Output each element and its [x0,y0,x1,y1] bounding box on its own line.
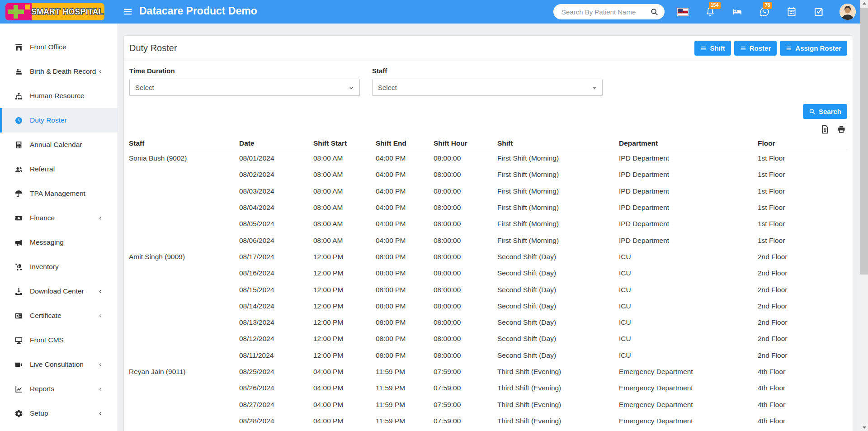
sidebar-item-referral[interactable]: Referral [0,157,118,181]
search-button[interactable]: Search [803,104,847,119]
table-row: 08/28/202404:00 PM11:59 PM07:59:00Third … [129,413,847,429]
cell-department: ICU [619,335,758,343]
cake-icon [13,67,24,76]
cell-shift-start: 08:00 AM [313,171,376,179]
cell-shift-start: 08:00 AM [313,187,376,195]
sidebar-item-front-cms[interactable]: Front CMS [0,328,118,352]
sidebar-item-tpa-management[interactable]: TPA Management [0,181,118,206]
table-header-row: StaffDateShift StartShift EndShift HourS… [129,137,847,150]
cell-department: ICU [619,269,758,277]
cell-date: 08/28/2024 [239,417,313,425]
roster-button[interactable]: Roster [734,41,777,56]
user-avatar[interactable] [840,4,856,20]
cell-shift: First Shift (Morning) [497,204,619,212]
cell-shift-hour: 07:59:00 [434,384,497,392]
sidebar-item-label: Inventory [30,263,59,271]
cell-shift: Second Shift (Day) [497,302,619,310]
sidebar-item-live-consultation[interactable]: Live Consultation [0,352,118,377]
sidebar-item-front-office[interactable]: Front Office [0,35,118,59]
table-row: 08/15/202412:00 PM08:00 PM08:00:00Second… [129,281,847,298]
column-header-shift-start: Shift Start [313,139,376,147]
calendar-icon[interactable] [786,6,797,17]
search-row: Search [124,96,853,119]
scrollbar-thumb[interactable] [860,8,868,275]
sitemap-icon [13,92,24,100]
table-body: Sonia Bush (9002)08/01/202408:00 AM04:00… [129,150,847,429]
logo-square [25,5,30,9]
gear-icon [13,409,24,418]
search-icon[interactable] [650,8,659,16]
chevron-down-icon [348,85,354,91]
cell-date: 08/16/2024 [239,269,313,277]
cell-date: 08/14/2024 [239,302,313,310]
download-icon [13,287,24,296]
cell-shift-hour: 08:00:00 [434,269,497,277]
cell-shift: Second Shift (Day) [497,351,619,360]
cell-shift: First Shift (Morning) [497,237,619,245]
cell-date: 08/03/2024 [239,187,313,195]
cell-shift-end: 08:00 PM [376,302,434,310]
cell-shift-end: 08:00 PM [376,335,434,343]
bullhorn-icon [13,238,24,247]
time-duration-label: Time Duration [129,67,360,75]
cell-shift-start: 04:00 PM [313,368,376,376]
bed-icon[interactable] [732,6,743,17]
sidebar-item-download-center[interactable]: Download Center [0,279,118,303]
print-icon[interactable] [837,125,846,134]
whatsapp-icon[interactable]: 78 [759,6,770,17]
sidebar-item-label: Annual Calendar [30,141,82,149]
chevron-left-icon [98,69,104,75]
cell-shift-start: 12:00 PM [313,286,376,294]
sidebar-item-human-resource[interactable]: Human Resource [0,84,118,108]
bars-icon [700,45,707,52]
sidebar-item-certificate[interactable]: Certificate [0,303,118,328]
cell-department: Emergency Department [619,384,758,392]
cell-shift: Second Shift (Day) [497,253,619,261]
sidebar-item-birth-death-record[interactable]: Birth & Death Record [0,59,118,84]
sidebar-item-inventory[interactable]: Inventory [0,255,118,279]
shift-button[interactable]: Shift [694,41,731,56]
scroll-down-arrow[interactable] [860,424,868,431]
cell-shift: First Shift (Morning) [497,187,619,195]
topbar-actions: 15478 [553,0,856,24]
sidebar-item-messaging[interactable]: Messaging [0,230,118,255]
scroll-up-arrow[interactable] [860,0,868,7]
cell-date: 08/25/2024 [239,368,313,376]
idcard-icon [13,312,24,320]
page-scrollbar[interactable] [860,0,868,431]
assign-roster-button[interactable]: Assign Roster [780,41,847,56]
page-title: Duty Roster [129,43,177,53]
sidebar-item-reports[interactable]: Reports [0,377,118,401]
cell-floor: 4th Floor [758,401,847,409]
language-flag-icon[interactable] [677,8,689,16]
hamburger-menu-icon[interactable] [123,7,133,17]
sidebar-item-annual-calendar[interactable]: Annual Calendar [0,133,118,157]
sidebar-item-setup[interactable]: Setup [0,401,118,426]
cell-floor: 2nd Floor [758,302,847,310]
clock-icon [13,116,24,125]
card-header: Duty Roster ShiftRosterAssign Roster [124,36,853,61]
tasks-icon[interactable] [813,6,824,17]
staff-select[interactable]: Select [372,79,603,96]
cell-shift: Third Shift (Evening) [497,368,619,376]
sidebar-item-label: Finance [30,214,55,222]
app-logo[interactable]: SMART HOSPITAL [5,3,104,20]
cell-floor: 4th Floor [758,417,847,425]
cell-shift-end: 11:59 PM [376,417,434,425]
sidebar-item-duty-roster[interactable]: Duty Roster [0,108,118,133]
cell-shift-end: 04:00 PM [376,204,434,212]
sidebar-item-label: Human Resource [30,92,85,100]
search-input[interactable] [561,8,650,16]
header-icon-group: 15478 [689,6,824,17]
chevron-left-icon [98,386,104,392]
bell-icon[interactable]: 154 [705,6,716,17]
main-content: Duty Roster ShiftRosterAssign Roster Tim… [118,24,860,431]
cell-floor: 1st Floor [758,154,847,162]
cell-staff: Reyan Jain (9011) [129,368,239,376]
cell-floor: 2nd Floor [758,253,847,261]
cell-floor: 4th Floor [758,368,847,376]
time-duration-select[interactable]: Select [129,79,360,96]
sidebar-item-finance[interactable]: Finance [0,206,118,230]
cell-date: 08/17/2024 [239,253,313,261]
excel-export-icon[interactable] [821,125,829,134]
